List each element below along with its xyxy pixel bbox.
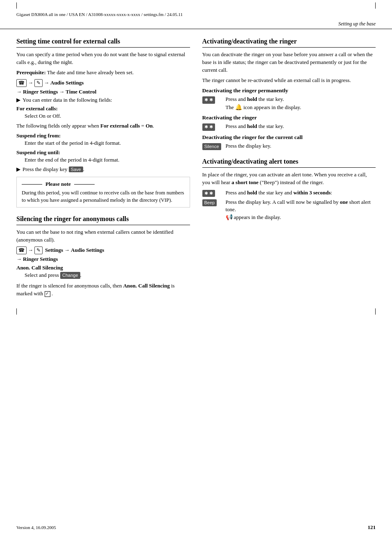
anon-select-text: Select and press	[25, 272, 59, 278]
sil-nav1: Settings	[45, 247, 63, 253]
main-columns: Setting time control for external calls …	[0, 33, 392, 304]
deact-current-row: Silence Press the display key.	[202, 142, 376, 150]
section-alert-tones: Activating/deactivating alert tones In p…	[202, 157, 376, 221]
ringer-body1: You can deactivate the ringer on your ba…	[202, 51, 376, 74]
top-right-line	[375, 2, 376, 9]
bullet-save-arrow: ▶	[16, 166, 20, 173]
ext-calls-label: For external calls:	[16, 105, 190, 112]
star-key-label-2: ✱ ✱	[202, 123, 215, 130]
note-intro: The following fields only appear when Fo…	[16, 122, 190, 130]
note-box-title-row: Please note	[22, 180, 185, 188]
nav1-text: Audio Settings	[50, 80, 84, 86]
for-ext-calls-bold: For external calls	[100, 123, 140, 129]
save-button-label[interactable]: Save	[69, 167, 83, 172]
alert-body1c: ("Beep") instead of the ringer.	[260, 179, 324, 185]
appears-text: appears in the display.	[234, 214, 281, 220]
suspend-from-text: Enter the start of the period in 4-digit…	[25, 139, 190, 147]
deact-perm-press: Press and hold the star key.	[226, 96, 284, 102]
right-column: Activating/deactivating the ringer You c…	[202, 37, 376, 300]
section-divider-4	[202, 167, 376, 168]
arrow-3: →	[16, 89, 22, 95]
arrow-5: →	[28, 247, 33, 253]
react-row: ✱ ✱ Press and hold the star key.	[202, 123, 376, 130]
short-tone-bold: a short tone	[231, 179, 258, 185]
left-column: Setting time control for external calls …	[16, 37, 190, 300]
star-key-1: ✱ ✱	[202, 96, 221, 103]
suspend-until-text: Enter the end of the period in 4-digit f…	[25, 156, 190, 164]
change-button-label[interactable]: Change	[60, 272, 80, 279]
speaker-icon: 📢	[226, 214, 233, 220]
beep-key: Beep	[202, 198, 221, 206]
alert-body1: In place of the ringer, you can activate…	[202, 171, 376, 187]
section-divider-1	[16, 47, 190, 48]
section-time-title: Setting time control for external calls	[16, 37, 190, 46]
silencing-body1: You can set the base to not ring when ex…	[16, 228, 190, 244]
ringer-icon-1: 🔔	[235, 104, 242, 110]
suspend-from-label: Suspend ring from:	[16, 132, 190, 139]
prereq-label: Prerequisite:	[16, 69, 46, 75]
silencing-nav-1: ☎ → ✎ Settings → Audio Settings	[16, 246, 190, 254]
nav2-text: Ringer Settings	[23, 89, 58, 95]
bullet-fields: ▶ You can enter data in the following fi…	[16, 97, 190, 103]
page: Gigaset DX800A all in one / USA EN / A31…	[0, 0, 392, 543]
arrow-2: →	[44, 80, 49, 86]
beep-desc2: 📢 appears in the display.	[226, 213, 376, 221]
body2-text: If the ringer is silenced for anonymous …	[16, 283, 122, 289]
silencing-title: Silencing the ringer for anonymous calls	[16, 215, 190, 223]
alert-row-2: Beep Press the display key. A call will …	[202, 198, 376, 221]
silence-key: Silence	[202, 142, 221, 150]
alert-tones-title: Activating/deactivating alert tones	[202, 157, 376, 166]
deact-perm-note: The 🔔 icon appears in the display.	[226, 103, 376, 112]
page-number: 121	[368, 524, 376, 531]
react-title: Reactivating the ringer	[202, 114, 376, 121]
section-ringer: Activating/deactivating the ringer You c…	[202, 37, 376, 150]
one-bold: one	[340, 199, 348, 205]
bullet-save-text: Press the display key Save.	[23, 166, 84, 173]
deact-perm-desc: Press and hold the star key. The 🔔 icon …	[226, 96, 376, 111]
arrow-4: →	[59, 89, 64, 95]
nav-line-2: → Ringer Settings → Time Control	[16, 89, 190, 95]
within-bold: within 3 seconds	[293, 189, 331, 196]
star-key-label-3: ✱ ✱	[202, 190, 215, 197]
hold-bold-2: hold	[247, 123, 257, 129]
star-key-3: ✱ ✱	[202, 189, 221, 197]
star-key-2: ✱ ✱	[202, 123, 221, 130]
top-left-line	[16, 2, 17, 9]
hold-bold-3: hold	[247, 189, 257, 196]
sil-nav2: Audio Settings	[71, 247, 104, 253]
deact-current-desc: Press the display key.	[226, 142, 376, 150]
anon-call-bold: Anon. Call Silencing	[123, 283, 170, 289]
pencil-icon: ✎	[34, 79, 43, 87]
time-body1: You can specify a time period when you d…	[16, 51, 190, 66]
star-key-label-1: ✱ ✱	[202, 96, 215, 103]
phone-icon-2: ☎	[16, 246, 27, 254]
section-header-text: Setting up the base	[338, 21, 376, 27]
alert-row2-desc: Press the display key. A call will now b…	[226, 198, 376, 221]
note-text: During this period, you will continue to…	[22, 189, 185, 204]
section-divider-2	[16, 225, 190, 225]
ext-calls-text: Select On or Off.	[25, 112, 190, 120]
please-note-box: Please note During this period, you will…	[16, 177, 190, 208]
on-bold: On	[145, 123, 152, 129]
deact-perm-title: Deactivating the ringer permanently	[202, 87, 376, 94]
section-silencing: Silencing the ringer for anonymous calls…	[16, 215, 190, 298]
arrow-7: →	[16, 256, 22, 262]
deact-perm-row: ✱ ✱ Press and hold the star key. The 🔔 i…	[202, 96, 376, 111]
silencing-body2: If the ringer is silenced for anonymous …	[16, 282, 190, 298]
anon-text: Select and press Change.	[25, 272, 190, 279]
bottom-bar: Version 4, 16.09.2005 121	[0, 524, 392, 531]
suspend-until-label: Suspend ring until:	[16, 149, 190, 156]
sil-nav3: Ringer Settings	[23, 256, 58, 262]
bottom-decorators	[0, 308, 392, 315]
note-title: Please note	[45, 180, 71, 188]
beep-desc1: Press the display key. A call will now b…	[226, 199, 339, 205]
pencil-icon-2: ✎	[34, 246, 43, 254]
note-line-right	[74, 184, 95, 185]
bottom-left-line	[16, 308, 17, 315]
beep-key-label: Beep	[202, 199, 217, 206]
version-text: Version 4, 16.09.2005	[16, 524, 56, 531]
ringer-title: Activating/deactivating the ringer	[202, 37, 376, 46]
checkbox-icon	[45, 291, 50, 297]
hold-bold-1: hold	[247, 96, 257, 102]
note-line-left	[22, 184, 42, 185]
